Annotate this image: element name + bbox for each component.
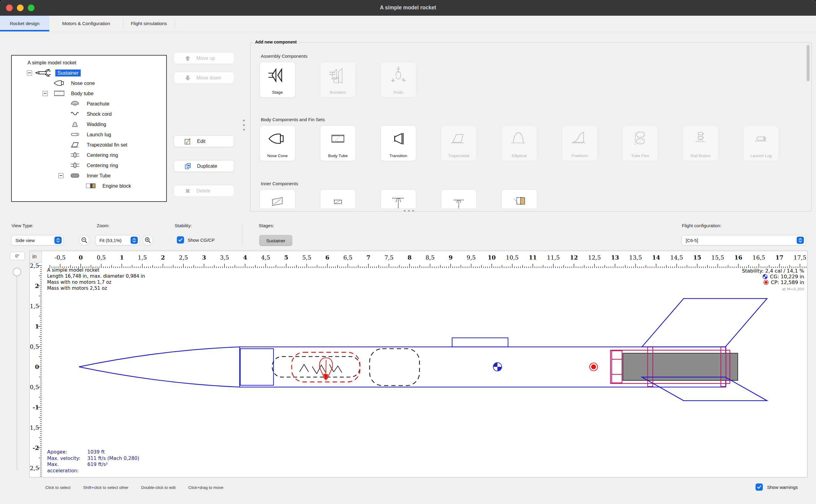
cp-marker — [590, 363, 597, 371]
rotation-slider-knob[interactable] — [13, 268, 21, 276]
show-cgcp-checkbox[interactable] — [177, 236, 184, 244]
tree-expander-icon[interactable] — [27, 70, 32, 76]
tree-item-centering-ring[interactable]: Centering ring — [12, 150, 166, 160]
view-type-dropdown[interactable]: Side view — [11, 235, 63, 245]
inner-component-tile-3[interactable] — [380, 189, 416, 208]
add-rail-button-tile[interactable]: Rail Button — [683, 125, 718, 161]
centering-ring-icon — [66, 152, 84, 158]
launchlug-icon — [743, 129, 779, 149]
nose-cone-shoulder[interactable] — [240, 349, 274, 385]
tab-separator — [175, 19, 175, 28]
add-elliptical-tile[interactable]: Elliptical — [501, 125, 537, 161]
checkmark-icon — [178, 237, 183, 242]
flight-config-label: Flight configuration: — [682, 223, 721, 228]
parachute-doodle — [319, 358, 332, 380]
railbutton-icon — [683, 129, 718, 149]
add-boosters-tile[interactable]: Boosters — [320, 62, 356, 98]
trapezoidal-icon — [441, 129, 476, 149]
tab-motors-configuration[interactable]: Motors & Configuration — [49, 16, 123, 31]
window-title: A simple model rocket — [0, 5, 816, 11]
show-warnings-checkbox[interactable] — [756, 483, 763, 491]
inner-component-tile-4[interactable] — [441, 189, 477, 208]
stage-toggle-sustainer[interactable]: Sustainer — [259, 235, 292, 246]
move-up-button[interactable]: Move up — [174, 52, 234, 64]
pods-icon — [381, 65, 416, 85]
hint-click-drag-to-move: Click+drag to move — [188, 485, 223, 490]
add-pods-tile[interactable]: Pods — [380, 62, 416, 98]
rocket-design-canvas[interactable]: -0,500,511,522,533,544,555,566,577,588,5… — [29, 251, 808, 477]
add-nose-cone-tile[interactable]: Nose Cone — [260, 125, 295, 161]
add-launch-lug-tile[interactable]: Launch Lug — [743, 125, 779, 161]
section-heading-body-components-and-fin-sets: Body Components and Fin Sets — [261, 117, 325, 122]
tree-item-engine-block[interactable]: Engine block — [12, 181, 166, 191]
vertical-splitter-handle[interactable] — [243, 120, 245, 132]
add-freeform-tile[interactable]: Freeform — [562, 125, 597, 161]
info-line: Length 16,748 in, max. diameter 0,984 in — [47, 273, 145, 279]
wadding-region[interactable] — [370, 349, 419, 386]
add-transition-tile[interactable]: Transition — [380, 125, 416, 161]
zoom-in-button[interactable] — [143, 235, 153, 245]
rotation-angle-button[interactable]: 0° — [10, 252, 25, 260]
tree-item-trapezoidal-fin-set[interactable]: Trapezoidal fin set — [12, 140, 166, 150]
tree-item-inner-tube[interactable]: Inner Tube — [12, 170, 166, 181]
tree-expander-icon[interactable] — [58, 173, 63, 178]
edit-button[interactable]: Edit — [174, 135, 234, 147]
tree-item-label: Wadding — [87, 121, 106, 127]
fin-top[interactable] — [642, 299, 767, 347]
zoom-out-button[interactable] — [79, 235, 89, 245]
tree-item-nose-cone[interactable]: Nose cone — [12, 78, 166, 88]
launch-lug-outline[interactable] — [452, 338, 508, 347]
view-type-label: View Type: — [11, 223, 34, 228]
duplicate-button[interactable]: Duplicate — [174, 160, 234, 172]
add-body-tube-tile[interactable]: Body Tube — [320, 125, 356, 161]
add-stage-tile[interactable]: Stage — [260, 62, 295, 98]
tree-item-centering-ring[interactable]: Centering ring — [12, 160, 166, 170]
inner-component-tile-1[interactable] — [260, 189, 295, 208]
panel-scrollbar-thumb[interactable] — [807, 45, 810, 81]
arrow-down-icon — [184, 75, 191, 81]
bodytube-icon — [320, 129, 355, 149]
stability-label: Stability: — [175, 223, 192, 228]
tree-item-shock-cord[interactable]: Shock cord — [12, 109, 166, 119]
rotation-slider-track[interactable] — [16, 276, 17, 470]
edit-icon — [184, 138, 192, 145]
tree-item-sustainer[interactable]: Sustainer — [12, 68, 166, 78]
tree-item-label: Inner Tube — [87, 173, 111, 179]
nose-cone-outline[interactable] — [79, 347, 240, 387]
tile-row: Nose ConeBody TubeTransitionTrapezoidalE… — [260, 125, 779, 161]
add-trapezoidal-tile[interactable]: Trapezoidal — [441, 125, 477, 161]
tab-flight-simulations[interactable]: Flight simulations — [123, 16, 175, 31]
move-down-button[interactable]: Move down — [174, 72, 234, 84]
tree-item-body-tube[interactable]: Body tube — [12, 88, 166, 99]
tree-item-a-simple-model-rocket[interactable]: A simple model rocket — [12, 57, 166, 68]
body-tube-icon — [50, 90, 68, 97]
engine-block-outline[interactable] — [612, 351, 622, 383]
bulkhead-icon — [381, 193, 416, 208]
tab-rocket-design[interactable]: Rocket design — [0, 16, 49, 31]
shock-cord-region[interactable] — [272, 357, 360, 377]
tree-item-label: Parachute — [87, 101, 109, 107]
add-tube-fins-tile[interactable]: Tube Fins — [622, 125, 658, 161]
tree-item-launch-lug[interactable]: Launch lug — [12, 129, 166, 140]
flight-config-dropdown[interactable]: [C6-5] — [682, 235, 806, 245]
transition-icon — [381, 129, 416, 149]
controls-separator — [242, 224, 242, 245]
zoom-dropdown[interactable]: Fit (53,1%) — [96, 235, 140, 245]
magnifier-plus-icon — [144, 237, 151, 244]
tree-item-wadding[interactable]: Wadding — [12, 119, 166, 129]
canvas-hints: Click to selectShift+click to select oth… — [45, 485, 223, 490]
inner-component-tile-2[interactable] — [320, 189, 356, 208]
tree-item-label: Body tube — [71, 91, 93, 96]
flight-config-value: [C6-5] — [686, 238, 698, 243]
tree-expander-icon[interactable] — [43, 91, 48, 96]
inner-component-tile-5[interactable] — [501, 189, 537, 208]
chevron-updown-icon — [797, 237, 804, 244]
clipped-tile-row — [251, 189, 810, 208]
flight-stat-max-velocity: Max. velocity:311 ft/s (Mach 0,280) — [47, 455, 139, 462]
tubefins-icon — [623, 129, 658, 149]
hint-click-to-select: Click to select — [45, 485, 70, 490]
tree-item-parachute[interactable]: Parachute — [12, 99, 166, 109]
parachute-icon — [66, 101, 84, 107]
delete-button[interactable]: Delete — [174, 185, 234, 197]
add-panel-title: Add new component — [253, 40, 299, 44]
